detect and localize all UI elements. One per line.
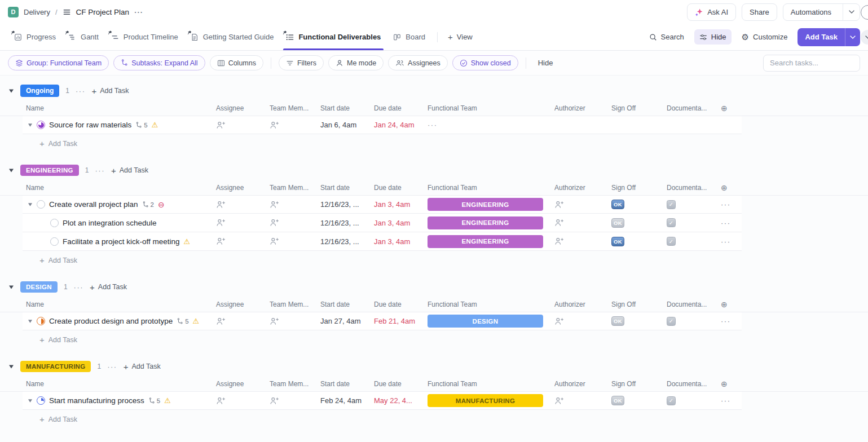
column-header-documentation[interactable]: Documenta... <box>654 184 711 192</box>
column-header-functional-team[interactable]: Functional Team <box>423 184 544 192</box>
chevron-down-icon[interactable] <box>845 28 860 46</box>
group-add-task-button[interactable]: +Add Task <box>124 363 161 371</box>
group-menu-button[interactable]: ··· <box>76 87 86 95</box>
add-assignee-icon[interactable] <box>216 200 225 209</box>
customize-button[interactable]: ⚙ Customize <box>742 33 788 41</box>
start-date[interactable]: Jan 6, 4am <box>320 121 356 129</box>
add-authorizer-icon[interactable] <box>554 200 563 209</box>
due-date[interactable]: Jan 24, 4am <box>374 121 415 129</box>
add-team-member-icon[interactable] <box>270 396 279 405</box>
functional-team-pill[interactable]: ENGINEERING <box>428 235 543 248</box>
start-date[interactable]: 12/16/23, ... <box>320 237 359 246</box>
sign-off-ok-badge[interactable]: OK <box>611 396 624 405</box>
subtask-count-badge[interactable]: 5 <box>177 318 188 325</box>
user-avatar[interactable] <box>861 5 868 20</box>
column-header-name[interactable]: Name <box>23 104 212 112</box>
collapse-group-icon[interactable] <box>8 364 14 369</box>
group-add-task-button[interactable]: +Add Task <box>90 283 127 291</box>
assignees-pill[interactable]: Assignees <box>388 55 448 70</box>
column-header-due-date[interactable]: Due date <box>369 300 423 308</box>
add-team-member-icon[interactable] <box>270 200 279 209</box>
list-title[interactable]: CF Project Plan <box>76 8 130 16</box>
add-team-member-icon[interactable] <box>270 317 279 326</box>
group-menu-button[interactable]: ··· <box>95 166 105 175</box>
search-button[interactable]: Search <box>649 33 684 41</box>
task-expand-chevron-icon[interactable] <box>28 202 33 207</box>
collapse-group-icon[interactable] <box>8 285 14 290</box>
column-header-team-member[interactable]: Team Mem... <box>265 380 316 388</box>
column-header-start-date[interactable]: Start date <box>316 300 369 308</box>
group-add-task-button[interactable]: +Add Task <box>92 87 129 95</box>
subtask-count-badge[interactable]: 5 <box>135 122 147 129</box>
sign-off-ok-badge[interactable]: OK <box>611 218 624 228</box>
group-status-pill[interactable]: ENGINEERING <box>20 165 79 176</box>
sign-off-ok-badge[interactable]: OK <box>611 237 624 246</box>
column-header-due-date[interactable]: Due date <box>369 184 423 192</box>
functional-team-pill[interactable]: ENGINEERING <box>428 198 543 211</box>
column-header-assignee[interactable]: Assignee <box>212 104 265 112</box>
task-name[interactable]: Source for raw materials <box>49 121 131 129</box>
column-header-authorizer[interactable]: Authorizer <box>544 104 603 112</box>
add-task-row[interactable]: +Add Task <box>23 251 742 269</box>
task-expand-chevron-icon[interactable] <box>28 319 33 324</box>
add-view-button[interactable]: + View <box>443 33 477 41</box>
add-assignee-icon[interactable] <box>216 396 225 405</box>
due-date[interactable]: May 22, 4... <box>374 396 412 405</box>
start-date[interactable]: 12/16/23, ... <box>320 200 359 209</box>
column-header-sign-off[interactable]: Sign Off <box>603 380 654 388</box>
task-menu-button[interactable]: ··· <box>721 237 731 246</box>
column-header-start-date[interactable]: Start date <box>316 380 369 388</box>
filters-pill[interactable]: Filters <box>279 55 324 70</box>
start-date[interactable]: 12/16/23, ... <box>320 219 359 227</box>
tab-progress[interactable]: Progress <box>8 24 62 50</box>
breadcrumb-space-name[interactable]: Delivery <box>24 8 50 16</box>
column-header-assignee[interactable]: Assignee <box>212 300 265 308</box>
group-by-pill[interactable]: Group: Functional Team <box>8 55 109 70</box>
add-column-button[interactable]: ⊕ <box>721 300 728 309</box>
column-header-authorizer[interactable]: Authorizer <box>544 184 603 192</box>
column-header-documentation[interactable]: Documenta... <box>654 300 711 308</box>
functional-team-placeholder[interactable]: ··· <box>428 121 438 129</box>
documentation-checkbox[interactable]: ✓ <box>667 237 676 246</box>
columns-pill[interactable]: Columns <box>210 55 263 70</box>
column-header-assignee[interactable]: Assignee <box>212 380 265 388</box>
show-closed-pill[interactable]: Show closed <box>452 55 518 70</box>
task-status-icon[interactable] <box>37 200 45 209</box>
add-assignee-icon[interactable] <box>216 317 225 326</box>
group-status-pill[interactable]: DESIGN <box>20 281 58 293</box>
tab-board[interactable]: Board <box>387 24 431 50</box>
add-authorizer-icon[interactable] <box>554 317 563 326</box>
sign-off-ok-badge[interactable]: OK <box>611 316 624 326</box>
column-header-sign-off[interactable]: Sign Off <box>603 184 654 192</box>
automations-button[interactable]: Automations <box>783 3 860 21</box>
share-button[interactable]: Share <box>742 3 777 21</box>
column-header-team-member[interactable]: Team Mem... <box>265 104 316 112</box>
list-menu-button[interactable]: ··· <box>134 8 143 16</box>
collapse-group-icon[interactable] <box>8 168 14 173</box>
task-menu-button[interactable]: ··· <box>721 396 731 405</box>
me-mode-pill[interactable]: Me mode <box>328 55 384 70</box>
subtask-count-badge[interactable]: 2 <box>142 201 154 208</box>
task-name[interactable]: Facilitate a project kick-off meeting <box>63 237 180 246</box>
add-column-button[interactable]: ⊕ <box>721 183 728 192</box>
task-status-icon[interactable] <box>37 121 45 129</box>
add-assignee-icon[interactable] <box>216 237 225 246</box>
toolbar-hide-button[interactable]: Hide <box>538 59 553 67</box>
column-header-team-member[interactable]: Team Mem... <box>265 300 316 308</box>
documentation-checkbox[interactable]: ✓ <box>667 200 676 209</box>
column-header-sign-off[interactable]: Sign Off <box>603 300 654 308</box>
chevron-down-icon[interactable] <box>843 4 860 20</box>
due-date[interactable]: Jan 3, 4am <box>374 219 410 227</box>
ask-ai-button[interactable]: Ask AI <box>687 3 736 21</box>
group-menu-button[interactable]: ··· <box>74 283 84 291</box>
task-status-icon[interactable] <box>37 317 45 325</box>
hide-button[interactable]: Hide <box>694 29 732 45</box>
functional-team-pill[interactable]: DESIGN <box>428 315 543 328</box>
task-menu-button[interactable]: ··· <box>721 200 731 209</box>
column-header-start-date[interactable]: Start date <box>316 104 369 112</box>
task-name[interactable]: Plot an integration schedule <box>63 219 157 227</box>
column-header-authorizer[interactable]: Authorizer <box>544 380 603 388</box>
column-header-team-member[interactable]: Team Mem... <box>265 184 316 192</box>
tab-product-timeline[interactable]: Product Timeline <box>105 24 184 50</box>
tab-getting-started-guide[interactable]: Getting Started Guide <box>184 24 280 50</box>
